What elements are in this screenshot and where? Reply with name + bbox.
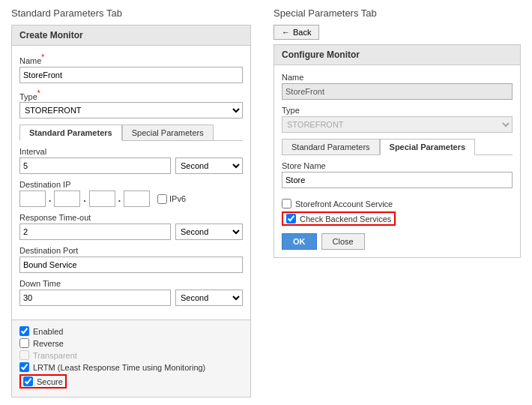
checkbox-lrtm-row: LRTM (Least Response Time using Monitori…	[19, 362, 243, 372]
dest-port-label: Destination Port	[19, 246, 243, 255]
enabled-label: Enabled	[33, 327, 63, 336]
storefront-account-row: Storefront Account Service	[282, 199, 513, 208]
enabled-checkbox[interactable]	[19, 326, 29, 336]
right-section-title: Special Parameters Tab	[273, 8, 521, 19]
check-backend-checkbox[interactable]	[286, 214, 296, 224]
back-button[interactable]: ← Back	[273, 25, 319, 40]
storefront-account-checkbox[interactable]	[282, 199, 291, 208]
dest-ip-seg2[interactable]	[54, 190, 80, 207]
create-monitor-header: Create Monitor	[12, 26, 250, 46]
dest-port-input[interactable]	[19, 256, 243, 273]
checkbox-enabled-row: Enabled	[19, 326, 243, 336]
back-arrow-icon: ←	[282, 28, 290, 37]
checkbox-secure-row: Secure	[19, 374, 243, 388]
checkbox-transparent-row: Transparent	[19, 350, 243, 360]
type-select[interactable]: STOREFRONT	[19, 102, 243, 118]
check-backend-row: Check Backend Services	[282, 212, 513, 226]
transparent-label: Transparent	[33, 351, 77, 360]
check-backend-highlighted: Check Backend Services	[282, 212, 396, 226]
store-name-input[interactable]	[282, 172, 513, 188]
reverse-checkbox[interactable]	[19, 338, 29, 348]
response-timeout-input[interactable]	[19, 224, 171, 240]
response-timeout-unit-select[interactable]: Second	[175, 224, 243, 240]
lrtm-checkbox[interactable]	[19, 362, 29, 372]
right-name-input[interactable]	[282, 83, 513, 100]
tab-standard-parameters[interactable]: Standard Parameters	[19, 124, 122, 141]
down-time-input[interactable]	[19, 290, 171, 306]
secure-highlighted: Secure	[19, 374, 67, 388]
reverse-label: Reverse	[33, 339, 64, 348]
right-type-label: Type	[282, 106, 513, 115]
ip-dot-2: .	[83, 194, 85, 204]
right-name-label: Name	[282, 73, 513, 82]
dest-ip-seg1[interactable]	[19, 190, 46, 207]
special-tabs: Standard Parameters Special Parameters	[282, 139, 513, 155]
interval-label: Interval	[19, 147, 243, 156]
transparent-checkbox[interactable]	[19, 350, 29, 360]
interval-input[interactable]	[19, 158, 171, 174]
response-timeout-label: Response Time-out	[19, 213, 243, 222]
configure-monitor-header: Configure Monitor	[274, 45, 520, 65]
tab-special-parameters[interactable]: Special Parameters	[122, 124, 214, 140]
storefront-account-label: Storefront Account Service	[295, 200, 393, 208]
action-buttons: OK Close	[282, 233, 513, 250]
secure-checkbox[interactable]	[23, 376, 33, 386]
down-time-unit-select[interactable]: Second	[175, 290, 243, 306]
interval-unit-select[interactable]: Second	[175, 158, 243, 174]
dest-ip-seg4[interactable]	[124, 190, 150, 207]
ip-dot-3: .	[118, 194, 121, 204]
ipv6-checkbox[interactable]	[157, 194, 167, 204]
checkbox-reverse-row: Reverse	[19, 338, 243, 348]
left-section-title: Standard Parameters Tab	[11, 8, 251, 19]
lrtm-label: LRTM (Least Response Time using Monitori…	[33, 363, 205, 372]
ip-dot-1: .	[49, 194, 51, 204]
tab-right-standard-parameters[interactable]: Standard Parameters	[282, 139, 380, 154]
secure-label: Secure	[37, 377, 63, 386]
dest-ip-seg3[interactable]	[89, 190, 115, 207]
tab-right-special-parameters[interactable]: Special Parameters	[380, 139, 476, 155]
dest-ip-label: Destination IP	[19, 180, 243, 189]
name-label: Name*	[19, 53, 243, 65]
check-backend-label: Check Backend Services	[300, 214, 391, 224]
back-label: Back	[293, 28, 311, 37]
down-time-label: Down Time	[19, 279, 243, 288]
type-label: Type*	[19, 89, 243, 101]
name-input[interactable]	[19, 67, 243, 83]
ok-button[interactable]: OK	[282, 233, 317, 250]
close-button[interactable]: Close	[321, 233, 365, 250]
ipv6-label: IPv6	[157, 194, 186, 204]
standard-tabs: Standard Parameters Special Parameters	[19, 124, 243, 141]
right-type-select[interactable]: STOREFRONT	[282, 116, 513, 133]
store-name-label: Store Name	[282, 161, 513, 170]
